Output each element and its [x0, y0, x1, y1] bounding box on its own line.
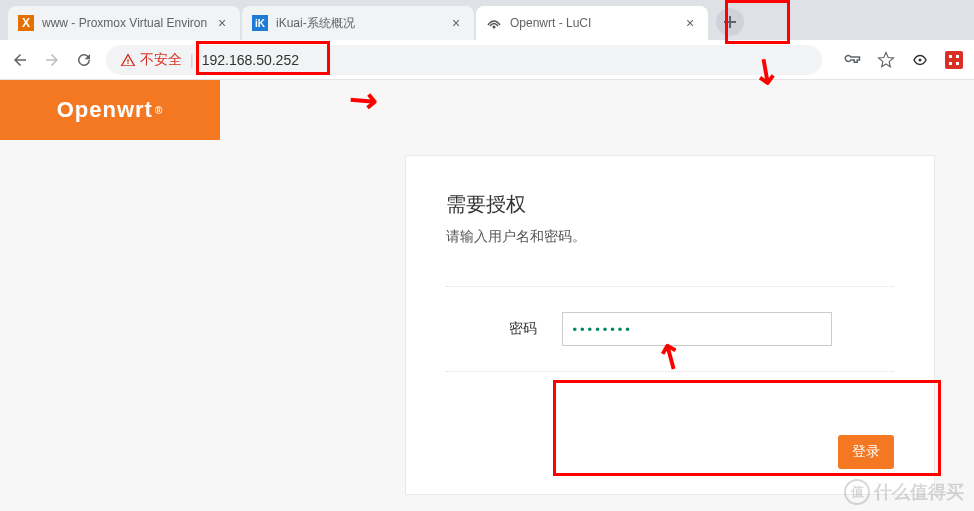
auth-subtitle: 请输入用户名和密码。 — [446, 228, 894, 246]
auth-title: 需要授权 — [446, 191, 894, 218]
tab-title: www - Proxmox Virtual Environ — [42, 16, 214, 30]
arrow-right-icon — [43, 51, 61, 69]
watermark-text: 什么值得买 — [874, 480, 964, 504]
browser-toolbar: 不安全 | 192.168.50.252 — [0, 40, 974, 80]
watermark: 值 什么值得买 — [844, 479, 964, 505]
reload-button[interactable] — [74, 50, 94, 70]
not-secure-label: 不安全 — [140, 51, 182, 69]
svg-rect-9 — [949, 62, 952, 65]
login-panel: 需要授权 请输入用户名和密码。 密码 登录 — [405, 155, 935, 495]
tab-title: Openwrt - LuCI — [510, 16, 682, 30]
password-row: 密码 — [446, 286, 894, 372]
login-button[interactable]: 登录 — [838, 435, 894, 469]
openwrt-icon — [486, 15, 502, 31]
svg-text:iK: iK — [255, 18, 266, 29]
svg-rect-10 — [956, 62, 959, 65]
new-tab-button[interactable] — [716, 8, 744, 36]
bookmark-button[interactable] — [876, 50, 896, 70]
tab-openwrt[interactable]: Openwrt - LuCI × — [476, 6, 708, 40]
tab-proxmox[interactable]: X www - Proxmox Virtual Environ × — [8, 6, 240, 40]
close-icon[interactable]: × — [682, 15, 698, 31]
address-bar[interactable]: 不安全 | 192.168.50.252 — [106, 45, 822, 75]
url-text: 192.168.50.252 — [202, 52, 299, 68]
svg-text:X: X — [22, 16, 30, 30]
arrow-left-icon — [11, 51, 29, 69]
star-icon — [877, 51, 895, 69]
password-label: 密码 — [509, 320, 537, 338]
tab-ikuai[interactable]: iK iKuai-系统概况 × — [242, 6, 474, 40]
close-icon[interactable]: × — [448, 15, 464, 31]
warning-icon — [120, 52, 136, 68]
watermark-icon: 值 — [844, 479, 870, 505]
svg-point-5 — [919, 58, 922, 61]
plus-icon — [723, 15, 737, 29]
reload-icon — [75, 51, 93, 69]
svg-point-4 — [493, 26, 496, 29]
page-content: Openwrt® 需要授权 请输入用户名和密码。 密码 登录 值 什么值得买 — [0, 80, 974, 511]
forward-button[interactable] — [42, 50, 62, 70]
key-icon[interactable] — [842, 50, 862, 70]
tab-strip: X www - Proxmox Virtual Environ × iK iKu… — [0, 0, 974, 40]
ikuai-icon: iK — [252, 15, 268, 31]
proxmox-icon: X — [18, 15, 34, 31]
svg-rect-8 — [956, 55, 959, 58]
password-input[interactable] — [562, 312, 832, 346]
svg-rect-6 — [945, 51, 963, 69]
tab-title: iKuai-系统概况 — [276, 15, 448, 32]
close-icon[interactable]: × — [214, 15, 230, 31]
extension-2[interactable] — [944, 50, 964, 70]
svg-rect-7 — [949, 55, 952, 58]
back-button[interactable] — [10, 50, 30, 70]
security-warning: 不安全 — [120, 51, 182, 69]
brand-logo: Openwrt® — [0, 80, 220, 140]
brand-text: Openwrt — [57, 97, 153, 123]
extension-1[interactable] — [910, 50, 930, 70]
